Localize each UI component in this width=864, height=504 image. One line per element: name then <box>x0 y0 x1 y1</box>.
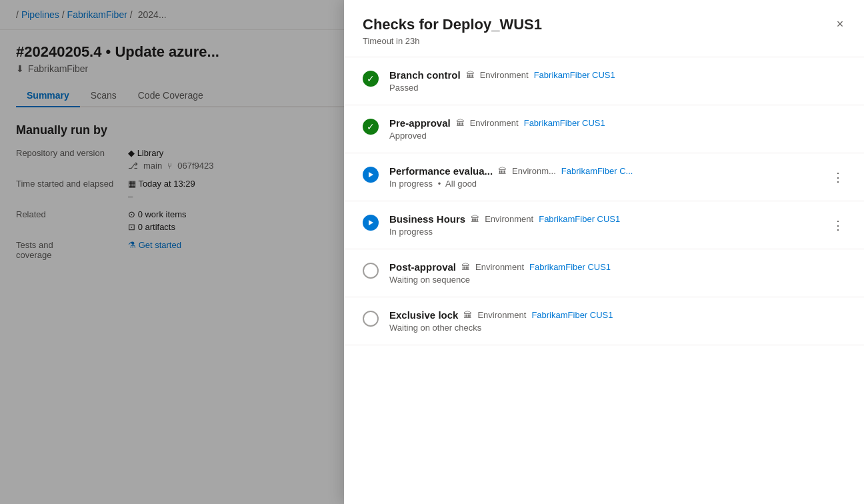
check-icon-waiting <box>363 263 379 279</box>
modal-close-button[interactable]: × <box>829 13 851 35</box>
check-env-link[interactable]: FabrikamFiber CUS1 <box>531 310 613 320</box>
check-content: Exclusive lock 🏛 Environment FabrikamFib… <box>389 309 845 333</box>
check-item-exclusive-lock: Exclusive lock 🏛 Environment FabrikamFib… <box>344 297 864 345</box>
check-status: Waiting on sequence <box>389 275 845 285</box>
environment-icon: 🏛 <box>463 310 472 320</box>
modal-body: ✓ Branch control 🏛 Environment FabrikamF… <box>344 57 864 504</box>
check-env-link[interactable]: FabrikamFiber C... <box>561 166 633 176</box>
check-name-row: Business Hours 🏛 Environment FabrikamFib… <box>389 213 845 225</box>
checks-modal: Checks for Deploy_WUS1 Timeout in 23h × … <box>344 0 864 504</box>
check-name: Performance evalua... <box>389 165 493 177</box>
check-env-label: Environment <box>480 70 529 80</box>
svg-marker-1 <box>369 220 373 225</box>
check-env-label: Environm... <box>512 166 556 176</box>
check-content: Pre-approval 🏛 Environment FabrikamFiber… <box>389 117 845 141</box>
check-env-link[interactable]: FabrikamFiber CUS1 <box>529 262 611 272</box>
check-content: Branch control 🏛 Environment FabrikamFib… <box>389 69 845 93</box>
check-status: Passed <box>389 83 845 93</box>
modal-subtitle: Timeout in 23h <box>363 36 845 46</box>
check-name: Post-approval <box>389 261 456 273</box>
check-env-label: Environment <box>485 214 533 224</box>
check-more-button[interactable]: ⋮ <box>828 167 848 187</box>
check-item-performance-evalua: Performance evalua... 🏛 Environm... Fabr… <box>344 153 864 201</box>
check-name: Business Hours <box>389 213 465 225</box>
environment-icon: 🏛 <box>466 70 475 80</box>
check-name-row: Pre-approval 🏛 Environment FabrikamFiber… <box>389 117 845 129</box>
check-name: Exclusive lock <box>389 309 458 321</box>
check-item-business-hours: Business Hours 🏛 Environment FabrikamFib… <box>344 201 864 249</box>
check-icon-success: ✓ <box>363 119 379 135</box>
check-name: Pre-approval <box>389 117 451 129</box>
check-icon-in-progress <box>363 215 379 231</box>
check-content: Performance evalua... 🏛 Environm... Fabr… <box>389 165 845 189</box>
check-env-label: Environment <box>475 262 524 272</box>
modal-header: Checks for Deploy_WUS1 Timeout in 23h × <box>344 0 864 57</box>
status-dot: • <box>438 179 441 189</box>
environment-icon: 🏛 <box>498 166 507 176</box>
check-name-row: Post-approval 🏛 Environment FabrikamFibe… <box>389 261 845 273</box>
check-env-label: Environment <box>470 118 519 128</box>
check-env-link[interactable]: FabrikamFiber CUS1 <box>539 214 620 224</box>
check-name-row: Performance evalua... 🏛 Environm... Fabr… <box>389 165 845 177</box>
check-item-post-approval: Post-approval 🏛 Environment FabrikamFibe… <box>344 249 864 297</box>
check-name-row: Branch control 🏛 Environment FabrikamFib… <box>389 69 845 81</box>
check-icon-in-progress <box>363 167 379 183</box>
check-env-link[interactable]: FabrikamFiber CUS1 <box>534 70 615 80</box>
modal-title: Checks for Deploy_WUS1 <box>363 16 845 33</box>
environment-icon: 🏛 <box>456 118 465 128</box>
check-status: In progress <box>389 227 845 237</box>
check-env-label: Environment <box>477 310 526 320</box>
check-status: Approved <box>389 131 845 141</box>
check-env-link[interactable]: FabrikamFiber CUS1 <box>524 118 605 128</box>
check-name: Branch control <box>389 69 461 81</box>
check-status: In progress • All good <box>389 179 845 189</box>
environment-icon: 🏛 <box>471 214 479 224</box>
svg-marker-0 <box>369 172 373 177</box>
check-icon-waiting <box>363 311 379 327</box>
environment-icon: 🏛 <box>461 262 470 272</box>
check-name-row: Exclusive lock 🏛 Environment FabrikamFib… <box>389 309 845 321</box>
check-content: Post-approval 🏛 Environment FabrikamFibe… <box>389 261 845 285</box>
check-item-branch-control: ✓ Branch control 🏛 Environment FabrikamF… <box>344 57 864 105</box>
check-status: Waiting on other checks <box>389 323 845 333</box>
check-item-pre-approval: ✓ Pre-approval 🏛 Environment FabrikamFib… <box>344 105 864 153</box>
check-content: Business Hours 🏛 Environment FabrikamFib… <box>389 213 845 237</box>
check-more-button[interactable]: ⋮ <box>828 215 848 235</box>
check-icon-success: ✓ <box>363 71 379 87</box>
